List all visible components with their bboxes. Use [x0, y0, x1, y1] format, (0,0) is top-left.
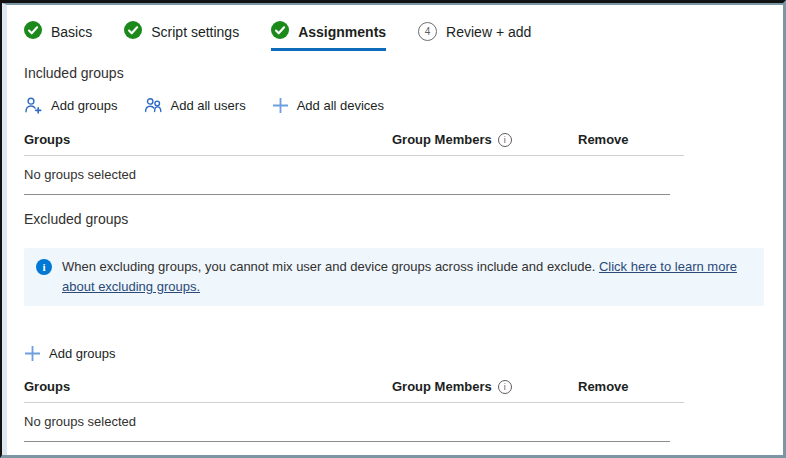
window-frame: Basics Script settings Assignments 4 Rev…: [0, 0, 786, 458]
divider: [24, 194, 670, 195]
column-group-members: Group Members i: [392, 132, 578, 147]
excluded-groups-toolbar: Add groups: [24, 345, 763, 362]
column-remove: Remove: [578, 379, 684, 394]
add-all-devices-button[interactable]: Add all devices: [272, 97, 384, 114]
assignments-page: Basics Script settings Assignments 4 Rev…: [2, 3, 783, 455]
plus-icon: [24, 345, 41, 362]
check-circle-icon: [271, 21, 289, 42]
info-outline-icon[interactable]: i: [498, 380, 512, 394]
button-label: Add all users: [171, 98, 246, 113]
tab-label: Review + add: [446, 24, 531, 40]
included-groups-table: Groups Group Members i Remove No groups …: [24, 132, 684, 195]
empty-row: No groups selected: [24, 156, 684, 194]
tab-label: Script settings: [151, 24, 239, 40]
info-filled-icon: i: [36, 259, 52, 275]
info-outline-icon[interactable]: i: [498, 133, 512, 147]
tab-label: Assignments: [298, 24, 386, 40]
check-circle-icon: [24, 21, 42, 42]
excluded-groups-heading: Excluded groups: [24, 211, 763, 227]
column-groups: Groups: [24, 132, 392, 147]
wizard-step-tabs: Basics Script settings Assignments 4 Rev…: [24, 21, 763, 51]
step-number-circle: 4: [418, 22, 437, 41]
check-circle-icon: [124, 21, 142, 42]
add-all-users-button[interactable]: Add all users: [144, 96, 246, 115]
person-add-icon: [24, 96, 43, 115]
button-label: Add groups: [49, 346, 116, 361]
add-groups-button-excluded[interactable]: Add groups: [24, 345, 116, 362]
info-banner: i When excluding groups, you cannot mix …: [24, 248, 764, 306]
excluded-groups-table: Groups Group Members i Remove No groups …: [24, 379, 684, 442]
column-remove: Remove: [578, 132, 684, 147]
column-group-members: Group Members i: [392, 379, 578, 394]
tab-script-settings[interactable]: Script settings: [124, 21, 239, 51]
empty-row: No groups selected: [24, 403, 684, 441]
tab-label: Basics: [51, 24, 92, 40]
included-groups-heading: Included groups: [24, 65, 763, 81]
button-label: Add groups: [51, 98, 118, 113]
people-icon: [144, 96, 163, 115]
button-label: Add all devices: [297, 98, 384, 113]
banner-text: When excluding groups, you cannot mix us…: [62, 257, 750, 296]
tab-basics[interactable]: Basics: [24, 21, 92, 51]
table-header-row: Groups Group Members i Remove: [24, 379, 684, 402]
included-groups-toolbar: Add groups Add all users Add all de: [24, 96, 763, 115]
divider: [24, 441, 670, 442]
tab-review-add[interactable]: 4 Review + add: [418, 22, 531, 50]
tab-assignments[interactable]: Assignments: [271, 21, 386, 51]
plus-icon: [272, 97, 289, 114]
column-groups: Groups: [24, 379, 392, 394]
table-header-row: Groups Group Members i Remove: [24, 132, 684, 155]
add-groups-button[interactable]: Add groups: [24, 96, 118, 115]
